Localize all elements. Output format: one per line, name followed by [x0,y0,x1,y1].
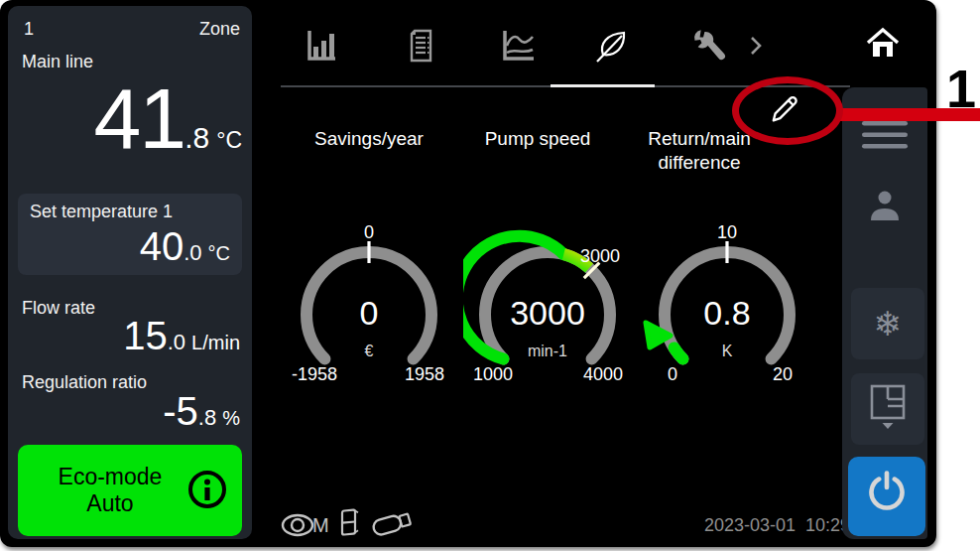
annotation-label: 1 [941,62,980,115]
zones-icon [869,384,907,434]
snowflake-icon: ❄ [874,304,903,344]
set-temperature-value: 40.0°C [30,224,230,268]
home-icon [863,25,903,65]
gauge-savings-max: 1958 [405,364,444,385]
info-icon [186,469,228,513]
regulation-ratio-label: Regulation ratio [22,372,147,393]
eco-mode-label: Eco-mode Auto [34,464,186,517]
flow-rate-label: Flow rate [22,298,95,319]
gauge-return-max: 20 [773,364,793,385]
tab-bar-chart[interactable] [299,26,342,69]
reg-whole: -5 [163,389,198,433]
sidebar-power-button[interactable] [848,457,925,536]
eye-mode-letter: M [312,514,329,537]
flow-rate-value: 15.0L/min [123,314,240,357]
trend-icon [497,25,539,70]
set-temp-whole: 40 [140,224,184,268]
gauge-title-savings: Savings/year [278,127,460,151]
gauge-return-diff: 10 0.8 K 0 20 [643,222,811,393]
gauge-savings-tick-label: 0 [285,222,453,243]
zone-label: Zone [199,19,240,40]
main-line-whole: 41 [93,75,184,161]
eye-icon [281,512,314,542]
gauge-savings-min: -1958 [292,364,337,385]
regulation-ratio-value: -5.8% [163,389,240,433]
gauge-savings-value: 0 [285,294,453,333]
zone-number: 1 [24,19,34,40]
wrench-icon [689,26,729,69]
gauge-pump-tick-label: 3000 [580,246,640,267]
flow-whole: 15 [123,314,168,357]
tab-report[interactable] [400,26,443,69]
tab-trend[interactable] [496,26,540,69]
leaf-icon [590,24,634,71]
zone-panel: 1 Zone Main line 41.8°C Set temperature … [8,6,252,539]
module-icon [338,505,362,545]
flow-unit: L/min [191,332,240,354]
set-temperature-card[interactable]: Set temperature 1 40.0°C [18,194,242,275]
gauge-pump-unit: min-1 [463,343,632,360]
sidebar-defrost-button[interactable]: ❄ [851,288,924,359]
flow-decimal: .0 [168,330,185,355]
menu-icon [861,119,909,155]
gauge-pump-speed: 3000 3000 min-1 1000 4000 [463,222,632,393]
annotation-circle [732,76,843,145]
set-temp-decimal: .0 [184,240,201,266]
reg-unit: % [222,407,240,430]
main-line-value: 41.8°C [93,75,242,161]
main-line-decimal: .8 [184,121,209,155]
bar-chart-icon [301,26,340,69]
tab-eco[interactable] [590,26,634,69]
gauge-savings: 0 0 € -1958 1958 [285,222,453,393]
sidebar-zones-button[interactable] [851,373,924,445]
gauge-return-value: 0.8 [643,294,811,333]
sidebar-home-button[interactable] [842,6,923,83]
power-icon [863,471,911,522]
gauge-return-min: 0 [668,364,677,385]
eco-mode-button[interactable]: Eco-mode Auto [18,445,242,536]
gauge-pump-min: 1000 [473,364,513,385]
chevron-right-icon [748,35,764,61]
reg-decimal: .8 [198,405,216,431]
usb-icon [369,506,417,544]
report-icon [402,26,441,69]
gauge-return-tick-label: 10 [643,222,811,243]
main-line-label: Main line [22,52,93,72]
main-line-unit: °C [216,127,242,154]
sidebar-user-button[interactable] [846,179,923,238]
set-temperature-label: Set temperature 1 [30,202,230,222]
gauge-title-pump: Pump speed [446,127,629,151]
gauge-return-unit: K [643,343,811,360]
active-tab-indicator [551,84,655,87]
datetime-display: 2023-03-01 10:29 [595,515,850,536]
user-icon [865,187,905,230]
gauge-savings-unit: € [285,343,453,360]
tab-settings[interactable] [687,26,731,69]
gauge-pump-value: 3000 [463,294,632,333]
set-temp-unit: °C [208,242,230,265]
gauge-pump-max: 4000 [583,364,623,385]
tabs-more[interactable] [742,26,770,69]
